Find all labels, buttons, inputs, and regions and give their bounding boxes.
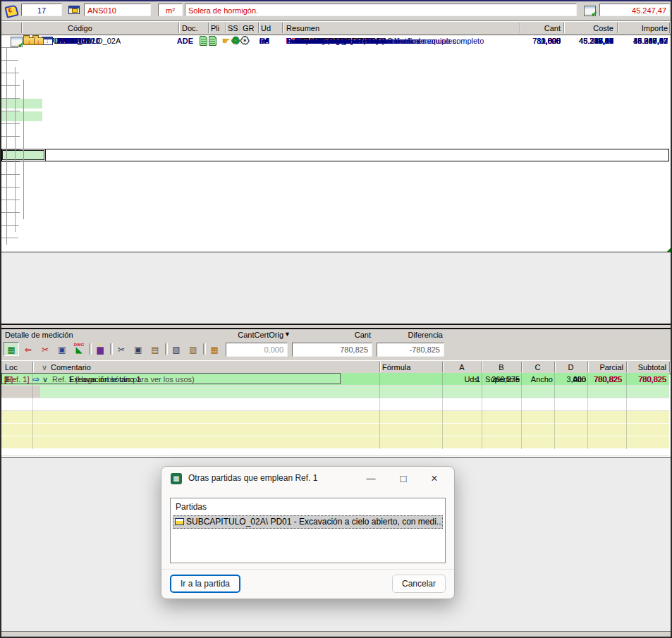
cancel-button[interactable]: Cancelar	[392, 575, 446, 593]
quantity-field-cantcertorig[interactable]: 0,000	[226, 343, 288, 357]
budget-row[interactable]: PD01♻m³Excavación a cielo abierto, con m…	[1, 98, 669, 111]
column-divider	[520, 23, 520, 33]
column-divider	[482, 362, 482, 372]
measurement-transfer-icon[interactable]: ▦	[207, 342, 222, 356]
price-reference-icon[interactable]: ▆€	[92, 342, 108, 356]
measure-column-header-loc[interactable]: Loc	[5, 362, 26, 373]
budget-row[interactable]: PD03♻m²Desbroce y limpieza del terreno.3…	[1, 123, 669, 136]
measure-row[interactable]: ⇨∨Uds.SuperficieAnchoAlto	[1, 386, 669, 398]
doc-scroll-icon[interactable]	[200, 36, 207, 46]
collapse-mark-icon[interactable]: ∨	[42, 373, 49, 386]
budget-item-icon[interactable]	[68, 6, 80, 14]
quantity-highlight-cell[interactable]	[1, 111, 42, 121]
budget-row[interactable]: ADR010ADE☛♻m³Relleno de zanjas para inst…	[1, 136, 669, 149]
doc-scroll-icon[interactable]	[209, 36, 216, 46]
budget-row[interactable]	[1, 225, 669, 238]
item-code: AMC001	[57, 35, 87, 47]
budget-row[interactable]: ANS010b♻m²Solera de hormigón.18,21	[1, 161, 669, 174]
close-icon[interactable]: ×	[420, 467, 448, 490]
column-header-pli[interactable]: Pli	[211, 23, 225, 34]
column-header-coste[interactable]: Coste	[557, 23, 613, 34]
measurement-table-header: LocComentarioFórmulaABCDParcialSubtotal∨	[1, 360, 671, 374]
price-tag-euro-icon[interactable]	[4, 4, 18, 18]
hand-pointer-icon: ☛	[222, 36, 230, 46]
total-field[interactable]: 45.247,47	[599, 4, 670, 16]
measure-row[interactable]: [1]⇨780,825780,825	[1, 411, 669, 424]
tree-connector	[1, 238, 18, 238]
budget-row[interactable]: SUBCAPITULO_02A♻EXCAVACIONES1,00045.247,…	[1, 73, 669, 85]
presto-grid-icon: ▦	[171, 473, 182, 484]
summary-field[interactable]: Solera de hormigón.	[185, 4, 577, 16]
measure-row[interactable]: 1⇨Excavación sótano 11260,2753,000780,82…	[1, 398, 669, 411]
column-divider	[626, 362, 627, 372]
budget-row[interactable]: PD02♻m³Excavación de zanjas para instala…	[1, 111, 669, 123]
budget-row[interactable]: PA01♻PADesconexión de la acometida eléct…	[1, 85, 669, 98]
quantity-highlight-cell[interactable]	[1, 99, 42, 109]
grid-line	[442, 373, 443, 449]
measure-row[interactable]: 780,825780,825	[1, 436, 669, 449]
summary-cell: Transporte, puesta en obra y retirada de…	[286, 35, 511, 47]
partida-list-item[interactable]: SUBCAPITULO_02A\ PD01 - Excavación a cie…	[173, 515, 443, 529]
maximize-icon[interactable]: □	[389, 467, 417, 490]
paste-icon[interactable]: ▤	[147, 342, 163, 356]
measure-column-header-fórmula[interactable]: Fórmula	[382, 362, 424, 373]
measure-row[interactable]	[1, 449, 669, 456]
cut-icon[interactable]: ✂	[114, 342, 129, 356]
budget-row[interactable]: CAPITULO_02♻MOVIMIENTO DE TIERRAS1,00045…	[1, 60, 669, 73]
measure-column-header-a[interactable]: A	[442, 362, 482, 373]
column-header-ss[interactable]: SS	[228, 23, 239, 34]
code-field[interactable]: ANS010	[84, 4, 151, 16]
col-label-ancho: Ancho	[524, 373, 553, 386]
dropdown-arrow-icon[interactable]: ▼	[284, 331, 291, 338]
grid-line	[379, 373, 380, 449]
pane-splitter[interactable]	[1, 324, 671, 329]
window-border-left	[0, 0, 1, 638]
partidas-group-box: Partidas SUBCAPITULO_02A\ PD01 - Excavac…	[170, 498, 446, 563]
column-divider	[32, 362, 33, 372]
column-divider	[21, 23, 22, 33]
chapter-new-icon[interactable]	[23, 37, 35, 45]
edit-measurement-icon[interactable]: ▦	[4, 342, 19, 356]
column-header-importe[interactable]: Importe	[611, 23, 668, 34]
column-header-doc[interactable]: Doc.	[182, 23, 206, 34]
row-number-field[interactable]: 17	[21, 4, 62, 16]
measure-row[interactable]: [Ref. 1]780,825780,825	[1, 424, 669, 436]
quantity-field-cant[interactable]: 780,825	[292, 343, 372, 357]
budget-row[interactable]	[1, 212, 669, 225]
column-divider	[258, 23, 259, 33]
paste-special-icon[interactable]: ▨	[185, 342, 201, 356]
recalculate-icon[interactable]	[584, 6, 596, 16]
column-header-gr[interactable]: GR	[243, 23, 257, 34]
column-header-cant[interactable]: Cant	[504, 23, 561, 34]
budget-row[interactable]: E02ERP010♻m²Refin.man.zanja/pozo t.flojo…	[1, 174, 669, 187]
column-header-ud[interactable]: Ud	[261, 23, 279, 34]
minimize-icon[interactable]: —	[357, 467, 385, 490]
copy-special-icon[interactable]: ▧	[169, 342, 184, 356]
column-divider	[282, 23, 283, 33]
budget-book-icon[interactable]	[11, 37, 23, 47]
tree-line	[23, 80, 24, 219]
budget-row[interactable]	[1, 238, 669, 250]
column-divider	[554, 362, 555, 372]
import-dwg-icon[interactable]: ◣DWG	[71, 342, 87, 356]
delete-line-icon[interactable]: ✂	[37, 342, 53, 356]
dialog-title-bar[interactable]: ▦ Otras partidas que emplean Ref. 1 — □ …	[161, 467, 454, 490]
insert-line-icon[interactable]: ⇐	[20, 342, 36, 356]
tree-connector	[1, 174, 20, 175]
budget-row[interactable]: AMC001♻UdTransporte, puesta en obra y re…	[1, 200, 669, 212]
budget-row[interactable]: ANS010♻m²Solera de hormigón.780,82518,21…	[1, 149, 669, 161]
quantity-field-diferencia[interactable]: -780,825	[377, 343, 444, 357]
copy-lines-icon[interactable]: ▣	[54, 342, 70, 356]
column-header-resumen[interactable]: Resumen	[286, 23, 371, 34]
measure-column-header-c[interactable]: C	[521, 362, 554, 373]
copy-icon[interactable]: ▣	[130, 342, 146, 356]
measure-column-header-b[interactable]: B	[482, 362, 521, 373]
go-to-item-button[interactable]: Ir a la partida	[170, 575, 240, 593]
budget-row[interactable]: CAPITULO_01♻ACTUACIONES PREVIAS1,000	[1, 47, 669, 60]
measure-column-header-subtotal[interactable]: Subtotal	[610, 362, 666, 373]
unit-cell: Ud	[259, 35, 281, 47]
measure-column-header-comentario[interactable]: Comentario	[51, 362, 164, 373]
column-header-código[interactable]: Código	[68, 23, 173, 34]
budget-row[interactable]: E02ERP020♻m²Refin.man.zanja/pozo t.duros…	[1, 187, 669, 200]
unit-field[interactable]: m²	[158, 4, 183, 16]
